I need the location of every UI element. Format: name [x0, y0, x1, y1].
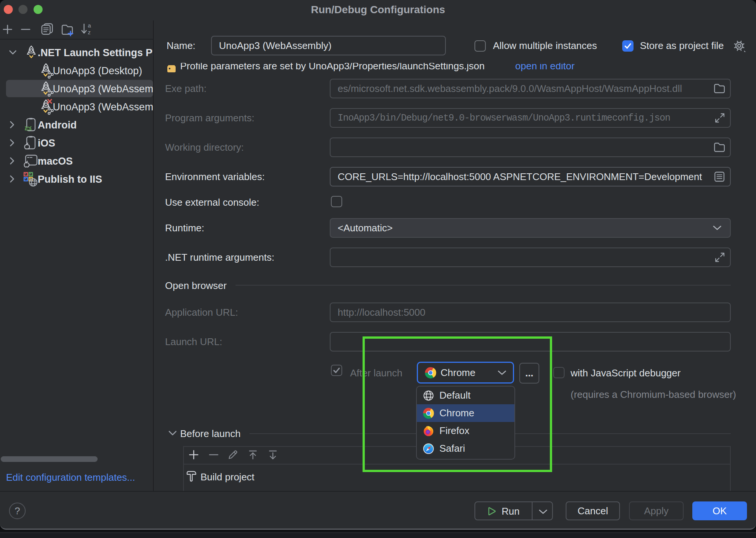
svg-text:a: a [88, 23, 91, 29]
svg-text:z: z [88, 29, 91, 35]
